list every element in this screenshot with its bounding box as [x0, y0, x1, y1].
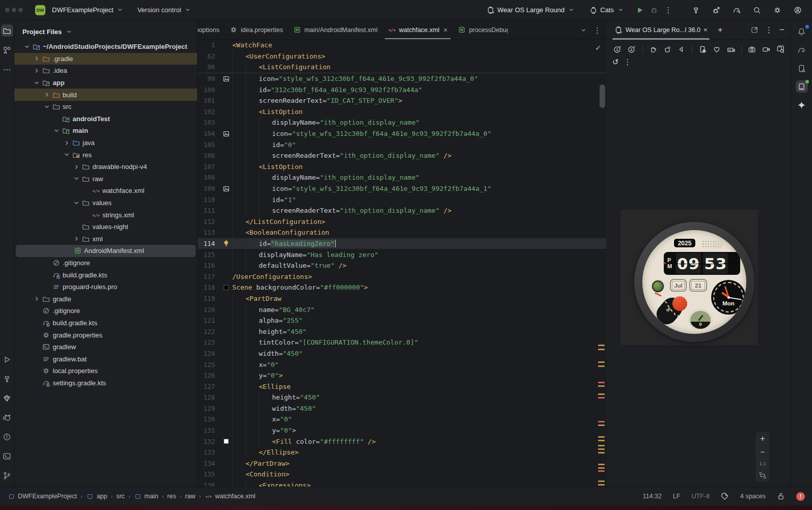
tree-item-gradlew-bat[interactable]: gradlew.bat [14, 353, 197, 365]
chevron-down-icon[interactable] [52, 127, 61, 134]
stripe-warning-mark[interactable] [598, 440, 605, 441]
chevron-right-icon[interactable] [72, 163, 81, 171]
device-settings-icon[interactable] [697, 44, 708, 55]
code-line-126[interactable]: 126y="0"> [198, 370, 606, 381]
chevron-down-icon[interactable] [72, 175, 81, 182]
stripe-warning-mark[interactable] [598, 365, 605, 367]
code-line-1[interactable]: 1<WatchFace [198, 40, 606, 51]
wear-button-2-icon[interactable]: 2 [627, 44, 637, 55]
chevron-right-icon[interactable] [33, 67, 41, 74]
chevron-right-icon[interactable] [33, 55, 41, 62]
code-line-125[interactable]: 125x="0" [198, 359, 606, 370]
code-line-130[interactable]: 130x="0" [198, 414, 606, 425]
line-ending-indicator[interactable]: LF [673, 493, 681, 500]
device-selector[interactable]: Wear OS Large Round [483, 4, 578, 16]
code-line-132[interactable]: 132<Fill color="#ffffffff" /> [198, 436, 606, 447]
code-line-62[interactable]: 62<UserConfigurations> [198, 51, 606, 62]
panel-options-button[interactable]: ⋮ [765, 26, 773, 34]
ui-inspect-icon[interactable] [775, 44, 786, 55]
unlock-icon[interactable] [777, 492, 785, 500]
tab-processdebug[interactable]: MprocessDebug [453, 20, 508, 40]
reset-view-icon[interactable]: ↺ [612, 58, 619, 66]
tag-icon[interactable] [721, 492, 729, 500]
stripe-warning-mark[interactable] [598, 452, 605, 454]
stripe-warning-mark[interactable] [598, 448, 605, 450]
stripe-warning-mark[interactable] [598, 480, 605, 482]
tree-item-main[interactable]: main [14, 125, 197, 137]
chevron-down-icon[interactable] [42, 103, 51, 110]
rotate-device-icon[interactable] [662, 44, 672, 55]
app-quality-insights-button[interactable] [1, 392, 13, 404]
device-more-options-button[interactable]: ⋮ [624, 58, 632, 66]
code-line-103[interactable]: 103displayName="ith_option_display_name" [198, 117, 606, 128]
chevron-right-icon[interactable] [72, 235, 81, 242]
stripe-error-mark[interactable] [598, 382, 605, 383]
breadcrumb-main[interactable]: main [134, 492, 158, 500]
stripe-warning-mark[interactable] [598, 464, 605, 465]
stripe-warning-mark[interactable] [598, 484, 605, 486]
code-line-110[interactable]: 110id="1" [198, 194, 606, 205]
zoom-out-button[interactable]: − [761, 448, 765, 456]
error-indicator[interactable]: ! [796, 492, 805, 501]
running-devices-button[interactable] [796, 80, 808, 93]
screen-record-icon[interactable] [761, 44, 772, 55]
tree-item-raw[interactable]: raw [14, 173, 197, 185]
code-line-100[interactable]: 100id="312c30bf_f64a_461e_9c93_992f2fb7a… [198, 84, 606, 95]
tree-item-values-night[interactable]: values-night [14, 221, 197, 233]
gemini-button[interactable] [796, 99, 808, 111]
code-line-108[interactable]: 108displayName="ith_option_display_name" [198, 172, 606, 183]
code-line-114[interactable]: 114id="hasLeadingZero" [198, 238, 606, 249]
structure-tool-button[interactable] [1, 44, 13, 56]
project-widget[interactable]: DW DWFExampleProject [32, 3, 127, 17]
window-zoom-button[interactable] [18, 8, 23, 12]
code-line-118[interactable]: 118Scene backgroundColor="#ff000000"> [198, 282, 606, 293]
code-line-119[interactable]: 119<PartDraw [198, 293, 606, 304]
tree-item-strings-xml[interactable]: </>strings.xml [14, 209, 197, 221]
more-tool-windows-button[interactable]: ⋯ [1, 63, 13, 75]
code-line-127[interactable]: 127<Ellipse [198, 381, 606, 392]
window-close-button[interactable] [5, 8, 10, 12]
run-button[interactable] [633, 3, 647, 17]
code-line-124[interactable]: 124width="450" [198, 348, 606, 359]
logcat-tool-button[interactable] [1, 411, 13, 423]
heart-rate-icon[interactable] [711, 44, 722, 55]
chevron-right-icon[interactable] [33, 295, 41, 302]
code-line-128[interactable]: 128height="450" [198, 392, 606, 403]
breadcrumb-watchface-xml[interactable]: </>watchface.xml [204, 492, 255, 500]
code-line-105[interactable]: 105id="0" [198, 139, 606, 150]
chevron-right-icon[interactable] [62, 139, 71, 147]
device-tab[interactable]: Wear OS Large Ro...l 36.0 × [612, 20, 710, 40]
tree-item-res[interactable]: res [14, 149, 197, 161]
code-line-121[interactable]: 121alpha="255" [198, 315, 606, 326]
tree-item-androidmanifest-xml[interactable]: MAndroidManifest.xml [16, 245, 196, 257]
tab-main-androidmanifest-xml[interactable]: Mmain/AndroidManifest.xml [288, 20, 383, 40]
terminal-tool-button[interactable] [1, 450, 13, 462]
stripe-warning-mark[interactable] [598, 445, 605, 446]
code-line-113[interactable]: 113<BooleanConfiguration [198, 227, 606, 238]
tree-item-gradle-properties[interactable]: gradle.properties [14, 329, 197, 341]
tree-item--idea[interactable]: .idea [14, 65, 197, 77]
chevron-down-icon[interactable] [22, 43, 31, 50]
stripe-warning-mark[interactable] [598, 361, 605, 363]
code-line-129[interactable]: 129width="450" [198, 403, 606, 414]
breadcrumb-app[interactable]: app [86, 492, 107, 500]
settings-button[interactable] [770, 3, 784, 17]
build-tool-button[interactable] [1, 373, 13, 385]
code-line-133[interactable]: 133</Ellipse> [198, 447, 606, 458]
tab-idea-properties[interactable]: idea.properties [225, 20, 288, 40]
device-manager-button[interactable] [796, 62, 808, 74]
tree-item-settings-gradle-kts[interactable]: Ksettings.gradle.kts [14, 377, 197, 389]
code-line-107[interactable]: 107<ListOption [198, 161, 606, 173]
code-line-106[interactable]: 106screenReaderText="ith_option_display_… [198, 150, 606, 161]
hardware-input-icon[interactable] [725, 44, 736, 55]
notifications-button[interactable] [796, 25, 808, 38]
tree-item-gradle[interactable]: gradle [14, 293, 197, 305]
breadcrumb-res[interactable]: res [167, 493, 176, 500]
zoom-fit-button[interactable] [759, 471, 767, 479]
stripe-warning-mark[interactable] [598, 345, 605, 346]
window-minimize-button[interactable] [12, 8, 16, 12]
tab-moptions[interactable]: moptions [198, 20, 225, 40]
encoding-indicator[interactable]: UTF-8 [692, 493, 710, 500]
tree-item-java[interactable]: java [14, 137, 197, 149]
tree-item-src[interactable]: src [14, 101, 197, 113]
